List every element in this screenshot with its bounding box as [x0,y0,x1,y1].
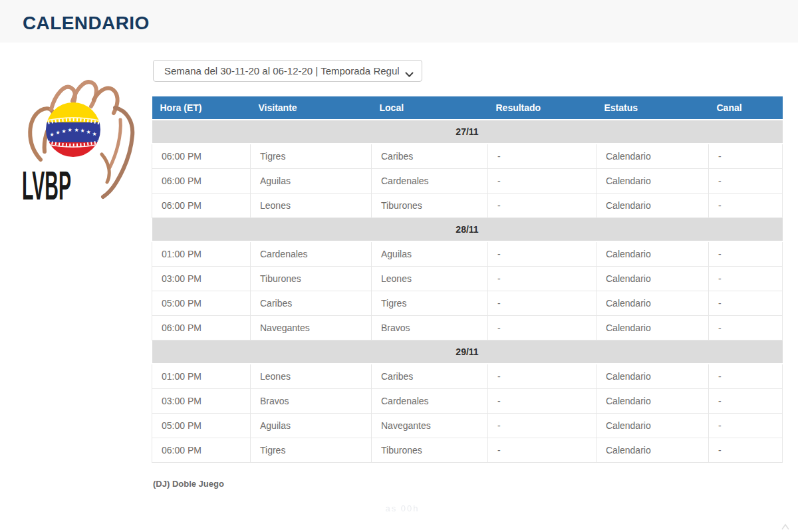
schedule-body: 27/1106:00 PMTigresCaribes-Calendario-06… [152,120,783,462]
cell-local: Aguilas [372,241,488,266]
game-row: 06:00 PMLeonesTiburones-Calendario- [152,193,783,217]
cell-estatus: Calendario [597,144,709,168]
col-resultado: Resultado [488,96,597,120]
page-title: CALENDARIO [23,13,150,34]
svg-text:★: ★ [74,127,78,133]
cell-estatus: Calendario [597,168,709,193]
cell-canal: - [709,193,783,217]
cell-resultado: - [488,291,597,315]
game-row: 03:00 PMTiburonesLeones-Calendario- [152,266,783,291]
cell-visitante: Cardenales [251,241,372,266]
game-row: 06:00 PMTigresCaribes-Calendario- [152,144,783,168]
cell-resultado: - [488,168,597,193]
date-row: 27/11 [152,120,783,144]
cell-estatus: Calendario [597,193,709,217]
faint-watermark-text: as 00h [342,503,462,513]
cell-local: Caribes [372,364,488,388]
date-label: 29/11 [152,340,783,364]
date-row: 28/11 [152,217,783,241]
cell-canal: - [709,438,783,462]
schedule-table: Hora (ET) Visitante Local Resultado Esta… [152,96,783,463]
cell-time: 01:00 PM [152,241,251,266]
cell-resultado: - [488,193,597,217]
date-label: 27/11 [152,120,783,144]
cell-visitante: Navegantes [251,315,372,340]
footnote-doble-juego: (DJ) Doble Juego [153,479,224,489]
cell-time: 01:00 PM [152,364,251,388]
game-row: 01:00 PMCardenalesAguilas-Calendario- [152,241,783,266]
cell-estatus: Calendario [597,291,709,315]
cell-canal: - [709,168,783,193]
col-visitante: Visitante [251,96,372,120]
cell-visitante: Leones [251,364,372,388]
cell-local: Tiburones [372,193,488,217]
cell-resultado: - [488,413,597,438]
svg-text:★: ★ [67,127,72,133]
cell-time: 06:00 PM [152,315,251,340]
cell-local: Tigres [372,291,488,315]
cell-visitante: Leones [251,193,372,217]
date-label: 28/11 [152,217,783,241]
cell-estatus: Calendario [597,413,709,438]
cell-resultado: - [488,388,597,413]
svg-text:★: ★ [61,128,66,134]
col-canal: Canal [709,96,783,120]
cell-resultado: - [488,364,597,388]
cell-canal: - [709,241,783,266]
cell-time: 05:00 PM [152,413,251,438]
cell-time: 03:00 PM [152,388,251,413]
date-row: 29/11 [152,340,783,364]
cell-canal: - [709,291,783,315]
cell-canal: - [709,364,783,388]
cell-visitante: Bravos [251,388,372,413]
week-select[interactable]: Semana del 30-11-20 al 06-12-20 | Tempor… [153,60,422,82]
cell-estatus: Calendario [597,364,709,388]
week-select-wrap: Semana del 30-11-20 al 06-12-20 | Tempor… [153,60,422,82]
cell-visitante: Tigres [251,438,372,462]
cell-visitante: Tigres [251,144,372,168]
cell-local: Cardenales [372,168,488,193]
cell-canal: - [709,144,783,168]
cell-time: 06:00 PM [152,438,251,462]
cell-local: Leones [372,266,488,291]
schedule-section: Hora (ET) Visitante Local Resultado Esta… [152,96,782,463]
svg-text:★: ★ [86,129,90,135]
svg-text:★: ★ [49,132,54,138]
cell-estatus: Calendario [597,315,709,340]
cell-local: Navegantes [372,413,488,438]
game-row: 06:00 PMTigresTiburones-Calendario- [152,438,783,462]
cell-estatus: Calendario [597,266,709,291]
col-estatus: Estatus [597,96,709,120]
cell-canal: - [709,413,783,438]
scroll-top-icon[interactable] [781,521,791,531]
svg-text:★: ★ [80,128,84,134]
logo-wordmark: LVBP [22,163,71,204]
cell-time: 03:00 PM [152,266,251,291]
svg-text:★: ★ [92,131,96,137]
cell-time: 05:00 PM [152,291,251,315]
cell-visitante: Tiburones [251,266,372,291]
game-row: 05:00 PMCaribesTigres-Calendario- [152,291,783,315]
cell-time: 06:00 PM [152,193,251,217]
top-bar: CALENDARIO [0,0,798,43]
lvbp-logo: ★★ ★★ ★★ ★★ LVBP [17,74,136,204]
col-hora: Hora (ET) [152,96,251,120]
cell-estatus: Calendario [597,388,709,413]
cell-canal: - [709,388,783,413]
cell-time: 06:00 PM [152,144,251,168]
game-row: 05:00 PMAguilasNavegantes-Calendario- [152,413,783,438]
cell-estatus: Calendario [597,438,709,462]
cell-resultado: - [488,315,597,340]
cell-estatus: Calendario [597,241,709,266]
cell-canal: - [709,266,783,291]
game-row: 01:00 PMLeonesCaribes-Calendario- [152,364,783,388]
cell-resultado: - [488,438,597,462]
cell-resultado: - [488,241,597,266]
cell-local: Caribes [372,144,488,168]
table-header-row: Hora (ET) Visitante Local Resultado Esta… [152,96,783,120]
cell-resultado: - [488,266,597,291]
svg-text:★: ★ [55,130,60,136]
cell-resultado: - [488,144,597,168]
cell-visitante: Caribes [251,291,372,315]
cell-visitante: Aguilas [251,413,372,438]
